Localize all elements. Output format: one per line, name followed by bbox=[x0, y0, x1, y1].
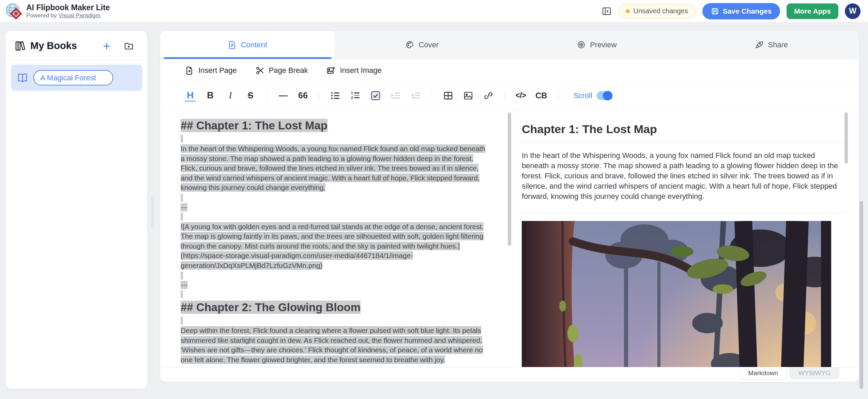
tab-share-label: Share bbox=[768, 41, 788, 49]
tab-cover-label: Cover bbox=[418, 41, 439, 49]
header-actions: Unsaved changes Save Changes More Apps W bbox=[602, 3, 861, 19]
app-root: AI Flipbook Maker Lite Powered by Visual… bbox=[0, 0, 868, 399]
save-changes-label: Save Changes bbox=[723, 7, 772, 15]
preview-scrollbar-thumb[interactable] bbox=[844, 112, 848, 163]
title-block: AI Flipbook Maker Lite Powered by Visual… bbox=[26, 3, 110, 19]
open-book-icon bbox=[17, 73, 28, 83]
markdown-scrollbar-thumb[interactable] bbox=[508, 112, 511, 246]
page-scrollbar[interactable] bbox=[858, 22, 868, 399]
bold-button[interactable]: B bbox=[205, 89, 216, 102]
tab-content-label: Content bbox=[241, 41, 267, 49]
editor-footer: Markdown WYSIWYG bbox=[160, 367, 859, 382]
editor-split: ## Chapter 1: The Lost Map In the heart … bbox=[160, 110, 859, 367]
page-title: AI Flipbook Maker Lite bbox=[26, 3, 110, 12]
user-avatar[interactable]: W bbox=[845, 3, 861, 19]
md-image-block: ![A young fox with golden eyes and a red… bbox=[181, 222, 490, 271]
toolbar-divider bbox=[432, 91, 432, 101]
preview-scrollbar[interactable] bbox=[844, 110, 848, 367]
format-toolbar: H B I S — 66 bbox=[160, 82, 859, 110]
link-button[interactable] bbox=[483, 89, 494, 102]
toolbar-divider bbox=[504, 91, 505, 101]
outdent-icon bbox=[411, 91, 421, 100]
app-header: AI Flipbook Maker Lite Powered by Visual… bbox=[0, 0, 868, 22]
wysiwyg-mode-button[interactable]: WYSIWYG bbox=[790, 367, 839, 379]
page-break-label: Page Break bbox=[269, 66, 308, 75]
tab-preview[interactable]: Preview bbox=[509, 31, 684, 59]
tab-bar: Content Cover bbox=[160, 31, 859, 59]
preview-heading: Chapter 1: The Lost Map bbox=[522, 123, 845, 142]
italic-button[interactable]: I bbox=[225, 89, 236, 102]
toggle-knob bbox=[603, 91, 612, 100]
image-button[interactable] bbox=[463, 89, 474, 102]
sidebar-resize-handle[interactable] bbox=[151, 196, 154, 228]
task-list-button[interactable] bbox=[370, 89, 381, 102]
tab-share[interactable]: Share bbox=[684, 31, 859, 59]
unsaved-changes-badge: Unsaved changes bbox=[618, 4, 696, 19]
heading-button[interactable]: H bbox=[185, 90, 196, 101]
panel-collapse-icon bbox=[602, 6, 611, 16]
md-selected-gap bbox=[181, 211, 492, 222]
sidebar-title: My Books bbox=[30, 40, 103, 51]
sidebar-actions: + bbox=[103, 41, 134, 51]
svg-text:2: 2 bbox=[351, 96, 353, 100]
document-icon bbox=[228, 41, 237, 49]
collapse-panel-button[interactable] bbox=[602, 6, 611, 16]
inline-code-button[interactable]: </> bbox=[515, 89, 526, 102]
book-title-input[interactable] bbox=[33, 70, 113, 85]
book-list-item-selected[interactable] bbox=[11, 65, 142, 91]
md-selected-gap bbox=[181, 289, 492, 300]
md-paragraph-block: In the heart of the Whispering Woods, a … bbox=[181, 144, 490, 193]
indent-icon bbox=[391, 91, 401, 100]
code-block-button[interactable]: CB bbox=[535, 89, 547, 102]
insert-page-label: Insert Page bbox=[198, 66, 237, 75]
folder-plus-icon bbox=[124, 41, 134, 51]
file-plus-icon bbox=[185, 66, 194, 75]
visual-paradigm-link[interactable]: Visual Paradigm bbox=[59, 12, 101, 19]
blockquote-button[interactable]: 66 bbox=[298, 89, 308, 102]
page-break-button[interactable]: Page Break bbox=[256, 66, 308, 75]
app-logo-icon bbox=[5, 3, 22, 19]
image-icon bbox=[463, 91, 473, 100]
markdown-mode-button[interactable]: Markdown bbox=[739, 367, 787, 379]
toolbar-divider bbox=[319, 91, 319, 101]
indent-button[interactable] bbox=[390, 89, 401, 102]
page-scrollbar-thumb[interactable] bbox=[859, 201, 863, 389]
scissors-icon bbox=[256, 66, 264, 75]
scroll-sync-control: Scroll bbox=[574, 91, 613, 100]
toolbar-divider bbox=[558, 91, 558, 101]
bullet-list-button[interactable] bbox=[330, 89, 341, 102]
md-selected-gap bbox=[181, 133, 492, 144]
add-book-button[interactable]: + bbox=[103, 41, 110, 51]
save-changes-button[interactable]: Save Changes bbox=[702, 3, 780, 19]
sidebar-my-books: My Books + bbox=[5, 31, 147, 389]
markdown-editor[interactable]: ## Chapter 1: The Lost Map In the heart … bbox=[160, 110, 506, 367]
chapter-illustration bbox=[522, 221, 831, 367]
md-heading-block: ## Chapter 2: The Glowing Bloom bbox=[181, 300, 492, 315]
horizontal-rule-button[interactable]: — bbox=[277, 89, 288, 102]
powered-by: Powered by Visual Paradigm bbox=[26, 12, 110, 19]
ordered-list-button[interactable]: 1 2 bbox=[350, 89, 361, 102]
table-button[interactable] bbox=[443, 89, 454, 102]
main-panel: Content Cover bbox=[160, 31, 859, 382]
save-icon bbox=[711, 7, 719, 15]
preview-paragraph: In the heart of the Whispering Woods, a … bbox=[522, 150, 840, 202]
scroll-toggle[interactable] bbox=[597, 91, 613, 100]
insert-image-label: Insert Image bbox=[340, 66, 381, 75]
md-selected-gap bbox=[181, 193, 492, 203]
strikethrough-button[interactable]: S bbox=[245, 89, 256, 102]
new-folder-button[interactable] bbox=[124, 41, 134, 51]
scroll-label: Scroll bbox=[574, 91, 592, 100]
tab-cover[interactable]: Cover bbox=[335, 31, 510, 59]
markdown-scrollbar[interactable] bbox=[508, 110, 511, 367]
md-heading-block: ## Chapter 1: The Lost Map bbox=[181, 118, 492, 133]
bookshelf-icon bbox=[15, 41, 25, 51]
md-paragraph-block: Deep within the forest, Flick found a cl… bbox=[181, 326, 490, 365]
tab-content[interactable]: Content bbox=[160, 31, 335, 59]
palette-icon bbox=[406, 41, 414, 49]
more-apps-button[interactable]: More Apps bbox=[787, 3, 838, 19]
link-icon bbox=[484, 91, 493, 100]
insert-image-button[interactable]: Insert Image bbox=[326, 66, 381, 75]
insert-page-button[interactable]: Insert Page bbox=[185, 66, 237, 75]
outdent-button[interactable] bbox=[410, 89, 421, 102]
preview-pane: Chapter 1: The Lost Map In the heart of … bbox=[513, 110, 859, 367]
